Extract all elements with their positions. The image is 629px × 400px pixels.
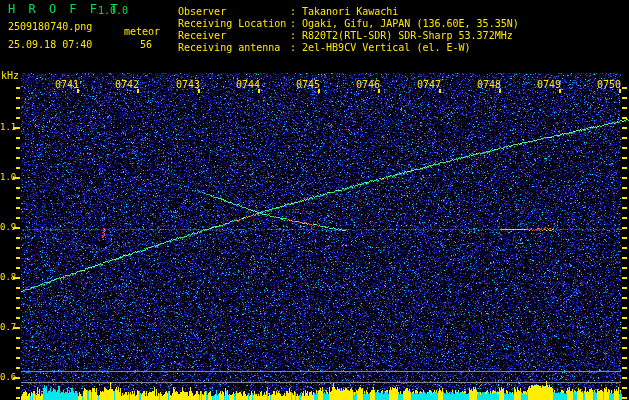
info-row-antenna: Receiving antenna:2el-HB9CV Vertical (el… <box>178 42 519 54</box>
spectrogram-canvas <box>0 0 629 400</box>
freq-tick-label: 0.6 <box>0 372 15 382</box>
info-colon: : <box>290 42 302 54</box>
info-row-receiver: Receiver:R820T2(RTL-SDR) SDR-Sharp 53.37… <box>178 30 519 42</box>
info-row-observer: Observer:Takanori Kawachi <box>178 6 519 18</box>
frequency-axis-unit-label: kHz <box>1 70 19 82</box>
time-tick-label: 0741 <box>54 79 80 90</box>
time-tick-label: 0748 <box>476 79 502 90</box>
info-value: Ogaki, Gifu, JAPAN (136.60E, 35.35N) <box>302 18 519 30</box>
info-row-location: Receiving Location:Ogaki, Gifu, JAPAN (1… <box>178 18 519 30</box>
time-tick-label: 0745 <box>295 79 321 90</box>
observation-mode: meteor <box>124 26 160 38</box>
freq-tick-label: 1.1 <box>0 122 15 132</box>
time-tick-label: 0749 <box>536 79 562 90</box>
output-filename: 2509180740.png <box>8 21 92 33</box>
freq-tick-label: 0.9 <box>0 222 15 232</box>
time-tick-label: 0747 <box>416 79 442 90</box>
observation-datetime: 25.09.18 07:40 <box>8 39 92 51</box>
meteor-count: 56 <box>140 39 152 51</box>
info-label: Receiver <box>178 30 290 42</box>
app-version: 1.0.0 <box>98 5 128 17</box>
info-label: Receiving Location <box>178 18 290 30</box>
info-value: 2el-HB9CV Vertical (el. E-W) <box>302 42 471 54</box>
info-colon: : <box>290 6 302 18</box>
time-tick-label: 0744 <box>235 79 261 90</box>
info-label: Receiving antenna <box>178 42 290 54</box>
info-label: Observer <box>178 6 290 18</box>
time-tick-label: 0750 <box>596 79 622 90</box>
info-value: Takanori Kawachi <box>302 6 398 18</box>
time-tick-label: 0742 <box>114 79 140 90</box>
freq-tick-label: 1.0 <box>0 172 15 182</box>
time-tick-label: 0746 <box>355 79 381 90</box>
info-colon: : <box>290 30 302 42</box>
info-colon: : <box>290 18 302 30</box>
info-value: R820T2(RTL-SDR) SDR-Sharp 53.372MHz <box>302 30 513 42</box>
freq-tick-label: 0.7 <box>0 322 15 332</box>
hrofft-screenshot: H R O F F T 1.0.0 2509180740.png meteor … <box>0 0 629 400</box>
time-tick-label: 0743 <box>175 79 201 90</box>
station-info-block: Observer:Takanori Kawachi Receiving Loca… <box>178 6 519 54</box>
freq-tick-label: 0.8 <box>0 272 15 282</box>
